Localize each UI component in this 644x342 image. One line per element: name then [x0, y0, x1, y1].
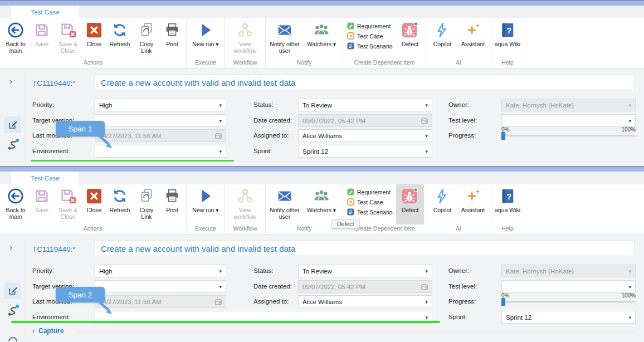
status-dropdown[interactable]: To Review ▾: [298, 265, 432, 277]
workflow-nodes-icon: [237, 187, 253, 205]
play-triangle-icon: [197, 187, 214, 205]
target-version-dropdown[interactable]: ▾: [95, 280, 226, 293]
test-level-dropdown[interactable]: ▾: [501, 280, 636, 293]
close-button[interactable]: Close: [82, 184, 106, 224]
circle-left-arrow-icon: [7, 21, 24, 39]
watchers-button[interactable]: Watchers ▾: [302, 18, 341, 58]
ribbon-group-label: Notify: [267, 224, 341, 234]
progress-slider-handle[interactable]: [501, 298, 505, 306]
test-case-menu-item[interactable]: Test Case: [347, 198, 394, 206]
refresh-button[interactable]: Refresh: [106, 18, 133, 58]
ribbon-group-label: Help: [493, 58, 522, 68]
status-dropdown[interactable]: To Review ▾: [298, 99, 432, 111]
print-button[interactable]: Print: [160, 184, 184, 224]
ribbon-group-workflow: View workflow Workflow: [225, 18, 266, 68]
tab-test-case[interactable]: Test Case: [11, 172, 79, 184]
copilot-button[interactable]: Copilot: [428, 184, 457, 224]
date-created-value: 09/07/2022, 05:42 PM: [303, 284, 365, 290]
book-question-icon: ?: [499, 21, 516, 39]
sidebar-divider: [26, 72, 26, 164]
screen: Test Case Back to main Save: [0, 0, 644, 342]
button-label: aqua Wiki: [495, 207, 520, 213]
sidebar-edit-button[interactable]: [4, 116, 21, 133]
test-case-icon: [347, 198, 354, 206]
chevron-down-icon: ▾: [628, 315, 631, 320]
target-version-dropdown[interactable]: ▾: [95, 114, 226, 127]
owner-dropdown: Kate, Hornysh (HoKate) ▾: [501, 99, 636, 111]
watchers-button[interactable]: Watchers ▾: [302, 184, 341, 224]
aqua-wiki-button[interactable]: ? aqua Wiki: [493, 184, 522, 224]
test-case-menu-item[interactable]: Test Case: [347, 32, 394, 40]
defect-button[interactable]: Defect: [396, 184, 424, 224]
test-scenario-menu-item[interactable]: Test Scenario: [347, 42, 394, 50]
form-area: › TC1119440:* Create a new account with …: [0, 234, 644, 342]
priority-dropdown[interactable]: High ▾: [95, 265, 226, 277]
title-input[interactable]: Create a new account with valid and inva…: [95, 75, 635, 90]
requirement-menu-item[interactable]: Requirement: [347, 188, 394, 196]
sidebar-more-button[interactable]: [7, 334, 18, 342]
aqua-wiki-button[interactable]: ? aqua Wiki: [493, 18, 522, 58]
assistant-button[interactable]: Assistant: [457, 184, 489, 224]
owner-value: Kate, Hornysh (HoKate): [506, 268, 574, 275]
copy-link-button[interactable]: Copy Link: [133, 184, 160, 224]
tab-test-case[interactable]: Test Case: [11, 6, 79, 18]
button-label: Copilot: [433, 207, 452, 213]
owner-value: Kate, Hornysh (HoKate): [506, 102, 574, 109]
ribbon-group-label: Workflow: [227, 224, 264, 234]
new-run-button[interactable]: New run ▾: [188, 184, 223, 224]
sidebar-route-button[interactable]: [6, 304, 20, 320]
progress-track[interactable]: [501, 301, 636, 302]
edit-pencil-icon: [8, 120, 18, 130]
circle-left-arrow-icon: [7, 187, 24, 205]
button-label: Save: [35, 207, 48, 213]
defect-button[interactable]: Defect: [396, 18, 424, 58]
test-level-dropdown[interactable]: ▾: [501, 114, 636, 127]
sprint-dropdown[interactable]: Sprint 12 ▾: [298, 145, 432, 158]
assigned-to-dropdown[interactable]: Alice Williams ▾: [298, 129, 432, 142]
sidebar-expand-chevron-icon[interactable]: ›: [9, 242, 12, 252]
progress-track[interactable]: [501, 135, 636, 136]
new-run-button[interactable]: New run ▾: [188, 18, 223, 58]
assigned-to-dropdown[interactable]: Alice Williams ▾: [298, 295, 432, 308]
ribbon-group-ai: Copilot Assistant AI: [426, 18, 491, 68]
back-to-main-button[interactable]: Back to main: [2, 18, 30, 58]
status-label: Status:: [253, 265, 274, 277]
button-label: Defect: [402, 207, 418, 213]
progress-slider-handle[interactable]: [501, 132, 505, 140]
assistant-button[interactable]: Assistant: [457, 18, 489, 58]
sprint-label: Sprint:: [253, 145, 272, 158]
button-label: Watchers ▾: [307, 41, 336, 47]
chevron-down-icon: ▾: [219, 118, 222, 124]
notify-other-user-button[interactable]: Notify other user: [267, 18, 302, 58]
notify-other-user-button[interactable]: Notify other user: [267, 184, 302, 224]
title-input[interactable]: Create a new account with valid and inva…: [95, 241, 635, 256]
pages-link-icon: [138, 21, 155, 39]
button-label: Save & Close: [55, 207, 81, 221]
copilot-button[interactable]: Copilot: [428, 18, 457, 58]
save-and-close-button: Save & Close: [54, 18, 82, 58]
ribbon-group-label: Help: [493, 224, 522, 234]
sprint-dropdown[interactable]: Sprint 12 ▾: [501, 311, 636, 324]
sidebar-route-button[interactable]: [6, 138, 20, 154]
save-button: Save: [30, 184, 54, 224]
floppy-disk-icon: [33, 21, 50, 39]
button-label: New run ▾: [192, 41, 218, 47]
copy-link-button[interactable]: Copy Link: [133, 18, 160, 58]
red-x-icon: [86, 21, 103, 39]
priority-dropdown[interactable]: High ▾: [95, 99, 226, 111]
environment-label: Environment:: [32, 145, 70, 158]
close-button[interactable]: Close: [82, 18, 106, 58]
test-case-id: TC1119440:*: [32, 79, 76, 87]
requirement-icon: [347, 188, 354, 196]
sidebar-edit-button[interactable]: [4, 282, 21, 299]
capture-section-header[interactable]: › Capture: [32, 327, 64, 335]
print-button[interactable]: Print: [160, 18, 184, 58]
date-created-field: 09/07/2022, 05:42 PM: [298, 114, 432, 127]
refresh-button[interactable]: Refresh: [106, 184, 133, 224]
test-scenario-menu-item[interactable]: Test Scenario: [347, 208, 394, 216]
requirement-menu-item[interactable]: Requirement: [347, 22, 394, 30]
svg-text:?: ?: [507, 192, 512, 201]
sidebar-expand-chevron-icon[interactable]: ›: [9, 76, 12, 86]
back-to-main-button[interactable]: Back to main: [2, 184, 30, 224]
calendar-icon: [421, 284, 428, 290]
